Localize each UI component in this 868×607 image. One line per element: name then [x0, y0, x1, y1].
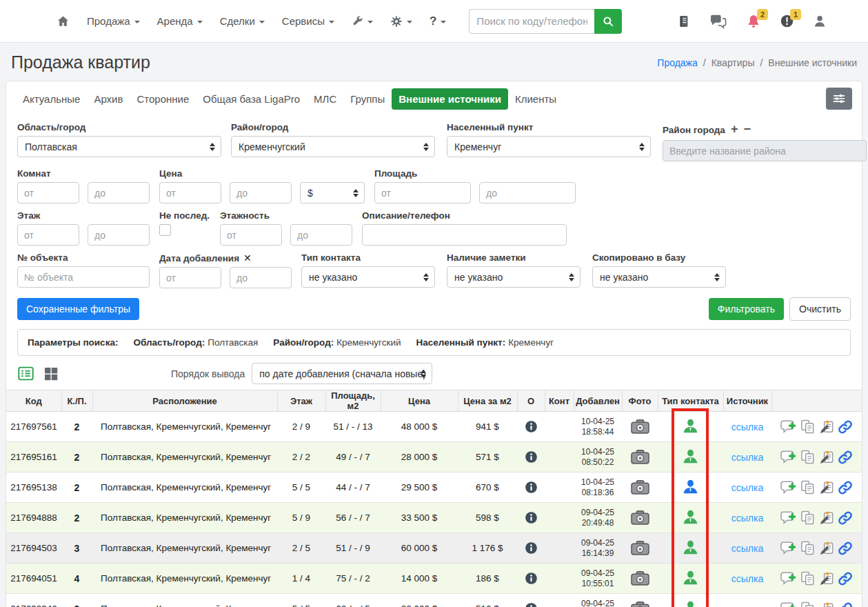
source-link[interactable]: ссылка: [731, 604, 763, 607]
tab-external-sources[interactable]: Внешние источники: [392, 88, 508, 110]
home-button[interactable]: [57, 14, 70, 28]
header-contact[interactable]: Конт: [545, 390, 574, 412]
menu-help[interactable]: ?: [430, 14, 446, 28]
photo-button[interactable]: [631, 570, 649, 586]
menu-services[interactable]: Сервисы: [282, 15, 334, 27]
external-link-button[interactable]: [838, 510, 853, 526]
menu-deals[interactable]: Сделки: [220, 15, 265, 27]
tab-actual[interactable]: Актуальные: [16, 88, 87, 110]
info-button[interactable]: [525, 602, 538, 607]
copy-edit-button[interactable]: [819, 419, 835, 435]
table-row[interactable]: 217694503 3 Полтавская, Кременчугский, К…: [6, 533, 862, 564]
copy-edit-button[interactable]: [819, 510, 835, 526]
journal-button[interactable]: [677, 14, 691, 28]
region-select[interactable]: Полтавская: [17, 136, 221, 157]
currency-select[interactable]: $: [300, 182, 365, 203]
info-button[interactable]: [525, 511, 538, 524]
clear-date-icon[interactable]: ✕: [243, 252, 252, 263]
tab-third-party[interactable]: Сторонние: [130, 88, 196, 110]
header-price[interactable]: Цена: [381, 390, 458, 412]
copy-edit-button[interactable]: [819, 479, 835, 495]
source-link[interactable]: ссылка: [731, 421, 763, 432]
table-row[interactable]: 217695138 2 Полтавская, Кременчугский, К…: [6, 472, 862, 503]
apply-filter-button[interactable]: Фильтровать: [709, 298, 784, 320]
add-comment-button[interactable]: [780, 450, 797, 465]
info-button[interactable]: [525, 572, 538, 585]
not-last-checkbox[interactable]: [159, 224, 171, 236]
source-link[interactable]: ссылка: [731, 573, 763, 584]
floor-to-input[interactable]: [88, 224, 150, 246]
table-row[interactable]: 217694888 2 Полтавская, Кременчугский, К…: [6, 503, 862, 533]
menu-settings[interactable]: [390, 15, 412, 28]
header-photo[interactable]: Фото: [622, 390, 658, 412]
breadcrumb-sale-link[interactable]: Продажа: [657, 57, 697, 68]
photo-button[interactable]: [631, 510, 649, 526]
floor-from-input[interactable]: [17, 224, 79, 246]
table-row[interactable]: 217694051 4 Полтавская, Кременчугский, К…: [6, 564, 862, 594]
tab-ligapro-base[interactable]: Общая база LigaPro: [196, 88, 307, 110]
search-input[interactable]: [469, 9, 594, 34]
add-comment-button[interactable]: [780, 541, 797, 556]
header-source[interactable]: Источник: [723, 390, 771, 412]
copy-edit-button[interactable]: [819, 601, 835, 607]
tab-archive[interactable]: Архив: [87, 88, 130, 110]
source-link[interactable]: ссылка: [731, 543, 763, 554]
header-added[interactable]: Добавлен: [574, 390, 622, 412]
contact-person-button[interactable]: [683, 540, 698, 556]
add-comment-button[interactable]: [780, 571, 797, 586]
copy-object-button[interactable]: [800, 510, 816, 526]
filter-settings-button[interactable]: [826, 88, 852, 110]
alerts-button[interactable]: 1: [780, 14, 794, 28]
contact-type-select[interactable]: не указано: [301, 266, 435, 288]
sort-order-select[interactable]: по дате добавления (сначала новые): [252, 363, 432, 384]
object-number-input[interactable]: [17, 266, 150, 288]
contact-person-button[interactable]: [683, 419, 698, 435]
add-comment-button[interactable]: [780, 419, 797, 435]
grid-view-button[interactable]: [43, 366, 59, 382]
floors-total-from-input[interactable]: [220, 224, 282, 246]
photo-button[interactable]: [631, 540, 649, 556]
add-comment-button[interactable]: [780, 480, 797, 495]
info-button[interactable]: [525, 541, 538, 555]
menu-tools[interactable]: [352, 15, 373, 27]
menu-rent[interactable]: Аренда: [157, 15, 203, 27]
add-city-area-button[interactable]: +: [731, 122, 738, 136]
tab-clients[interactable]: Клиенты: [508, 88, 563, 110]
photo-button[interactable]: [631, 419, 649, 435]
info-button[interactable]: [525, 420, 538, 433]
copy-object-button[interactable]: [800, 570, 816, 586]
tab-groups[interactable]: Группы: [343, 88, 392, 110]
rooms-to-input[interactable]: [88, 182, 150, 203]
menu-sale[interactable]: Продажа: [87, 15, 140, 27]
photo-button[interactable]: [631, 449, 649, 465]
profile-button[interactable]: [813, 14, 827, 28]
header-floor[interactable]: Этаж: [277, 390, 325, 412]
date-from-input[interactable]: [159, 267, 221, 288]
contact-person-button[interactable]: [683, 479, 698, 495]
copied-select[interactable]: не указано: [592, 266, 726, 288]
saved-filters-button[interactable]: Сохраненные фильтры: [17, 298, 139, 320]
info-button[interactable]: [525, 481, 538, 494]
copy-object-button[interactable]: [800, 540, 816, 556]
source-link[interactable]: ссылка: [731, 513, 763, 524]
copy-edit-button[interactable]: [819, 570, 835, 586]
header-location[interactable]: Расположение: [92, 390, 277, 412]
external-link-button[interactable]: [838, 419, 853, 435]
copy-object-button[interactable]: [800, 479, 816, 495]
source-link[interactable]: ссылка: [731, 482, 763, 493]
contact-person-button[interactable]: [683, 601, 698, 607]
city-area-input[interactable]: [663, 140, 867, 161]
remove-city-area-button[interactable]: −: [743, 122, 751, 136]
info-button[interactable]: [525, 450, 538, 464]
header-price-m2[interactable]: Цена за м2: [458, 390, 517, 412]
header-code[interactable]: Код: [6, 390, 61, 412]
description-input[interactable]: [362, 224, 567, 246]
external-link-button[interactable]: [838, 541, 853, 556]
header-contact-type[interactable]: Тип контакта: [658, 390, 723, 412]
source-link[interactable]: ссылка: [731, 452, 763, 463]
table-row[interactable]: 217697561 2 Полтавская, Кременчугский, К…: [6, 412, 862, 442]
notifications-button[interactable]: 2: [746, 14, 761, 29]
add-comment-button[interactable]: [780, 510, 797, 526]
header-o[interactable]: О: [517, 390, 545, 412]
area-to-input[interactable]: [479, 182, 576, 203]
